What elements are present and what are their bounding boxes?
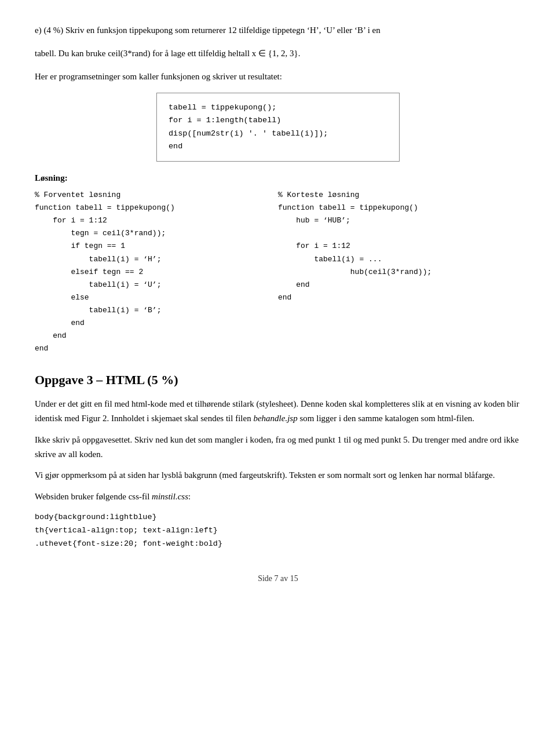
code-line-3: disp([num2str(i) '. ' tabell(i)]); [169,127,387,140]
left-code-line-10: end [35,330,266,342]
intro-line1: e) (4 %) Skriv en funksjon tippekupong s… [35,23,521,37]
oppgave3-para3: Vi gjør oppmerksom på at siden har lysbl… [35,468,521,483]
left-comment: % Forventet løsning [35,189,266,202]
solution-label: Løsning: [35,173,521,183]
left-solution: % Forventet løsning function tabell = ti… [35,189,278,355]
code-line-2: for i = 1:length(tabell) [169,114,387,127]
right-code-line-4: tabell(i) = ... [278,253,510,266]
code-line-4: end [169,140,387,153]
right-code-line-0: function tabell = tippekupong() [278,202,510,214]
minstil-css-italic: minstil.css [152,492,188,501]
right-code-line-1: hub = ‘HUB’; [278,214,510,227]
left-code-line-8: tabell(i) = ‘B’; [35,304,266,317]
left-code-line-0: function tabell = tippekupong() [35,202,266,214]
left-code-line-5: elseif tegn == 2 [35,266,266,279]
right-comment: % Korteste løsning [278,189,510,202]
solution-columns: % Forventet løsning function tabell = ti… [35,189,521,355]
left-code-line-11: end [35,342,266,355]
oppgave3-para1: Under er det gitt en fil med html-kode m… [35,397,521,426]
left-code-line-2: tegn = ceil(3*rand)); [35,227,266,240]
intro-line3: Her er programsetninger som kaller funks… [35,70,521,83]
code-line-1: tabell = tippekupong(); [169,101,387,114]
left-code-line-4: tabell(i) = ‘H’; [35,253,266,266]
left-code-line-6: tabell(i) = ‘U’; [35,279,266,291]
left-code-line-7: else [35,291,266,304]
right-code-line-6: end [278,279,510,291]
left-code-line-1: for i = 1:12 [35,214,266,227]
right-code-line-5: hub(ceil(3*rand)); [278,266,510,279]
right-code-line-2 [278,227,510,240]
css-line-2: th{vertical-align:top; text-align:left} [35,524,521,538]
page-footer: Side 7 av 15 [35,574,521,583]
right-code-line-3: for i = 1:12 [278,240,510,253]
oppgave3-para4: Websiden bruker følgende css-fil minstil… [35,490,521,504]
intro-line2: tabell. Du kan bruke ceil(3*rand) for å … [35,46,521,60]
code-box: tabell = tippekupong(); for i = 1:length… [156,93,400,162]
css-line-1: body{background:lightblue} [35,511,521,524]
right-solution: % Korteste løsning function tabell = tip… [278,189,521,355]
left-code-line-9: end [35,317,266,330]
oppgave3-heading: Oppgave 3 – HTML (5 %) [35,372,521,388]
css-line-3: .uthevet{font-size:20; font-weight:bold} [35,538,521,551]
behandle-jsp-italic: behandle.jsp [253,414,297,423]
oppgave3-para2: Ikke skriv på oppgavesettet. Skriv ned k… [35,433,521,462]
right-code-line-7: end [278,291,510,304]
left-code-line-3: if tegn == 1 [35,240,266,253]
css-code-block: body{background:lightblue} th{vertical-a… [35,511,521,551]
